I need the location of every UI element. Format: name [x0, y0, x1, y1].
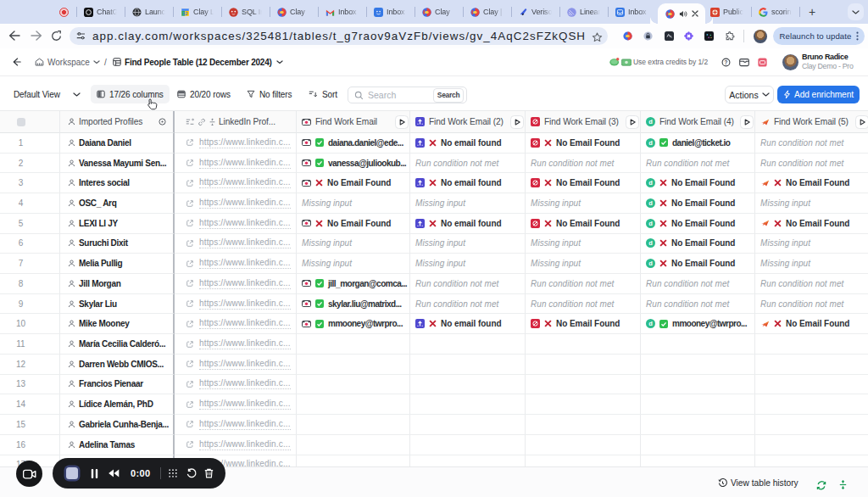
- svg-text:d: d: [648, 118, 653, 126]
- svg-text:d: d: [648, 240, 653, 248]
- svg-text:d: d: [648, 260, 653, 267]
- svg-text:d: d: [648, 199, 653, 207]
- svg-text:12: 12: [183, 11, 188, 15]
- svg-text:?: ?: [725, 59, 728, 64]
- svg-text:d: d: [648, 321, 653, 328]
- svg-text:d: d: [648, 179, 653, 187]
- svg-text:d: d: [648, 139, 653, 147]
- svg-text:d: d: [648, 220, 653, 227]
